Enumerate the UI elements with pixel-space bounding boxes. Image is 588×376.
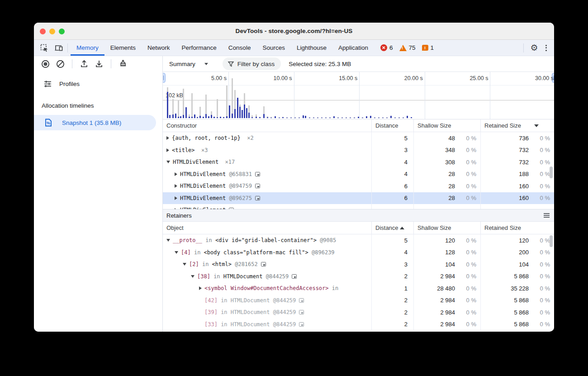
close-window-button[interactable] xyxy=(40,29,46,34)
constructor-row[interactable]: HTMLDivElement xyxy=(163,204,554,209)
tab-lighthouse[interactable]: Lighthouse xyxy=(291,40,332,56)
cell-value: 28 xyxy=(449,183,455,190)
reveal-in-elements-icon[interactable] xyxy=(299,310,304,314)
retainer-row[interactable]: [38] in HTMLDocument @84425922 9840 %5 8… xyxy=(163,271,554,283)
collapse-arrow-icon[interactable] xyxy=(175,251,178,254)
constructor-row[interactable]: HTMLDivElement @8947596280 %1600 % xyxy=(163,180,554,192)
column-header-constructor[interactable]: Constructor xyxy=(163,119,372,132)
column-header-retained-size[interactable]: Retained Size xyxy=(481,119,554,132)
reveal-in-elements-icon[interactable] xyxy=(255,196,260,200)
reveal-in-elements-icon[interactable] xyxy=(255,172,260,176)
tab-application[interactable]: Application xyxy=(332,40,374,56)
collapse-arrow-icon[interactable] xyxy=(166,161,170,163)
reveal-in-elements-icon[interactable] xyxy=(299,298,304,303)
retainer-row[interactable]: <symbol Window#DocumentCachedAccessor> i… xyxy=(163,282,554,295)
cell-value: 48 xyxy=(449,135,455,142)
sidebar-item-snapshot-1[interactable]: % Snapshot 1 (35.8 MB) xyxy=(34,115,156,130)
cell-value: 308 xyxy=(445,159,455,166)
column-header-distance[interactable]: Distance xyxy=(372,222,414,234)
retainer-object: HTMLDocument xyxy=(231,297,270,304)
column-header-distance[interactable]: Distance xyxy=(372,119,414,132)
expand-arrow-icon[interactable] xyxy=(199,286,202,290)
retainer-row[interactable]: [42] in HTMLDocument @84425922 9840 %5 8… xyxy=(163,295,554,307)
timeline-bar-live xyxy=(321,118,322,118)
snapshot-label: Snapshot 1 (35.8 MB) xyxy=(62,119,121,126)
constructor-row[interactable]: <title> ×333480 %7320 % xyxy=(163,144,554,157)
retainer-row[interactable]: [2] in <html> @28165231040 %1040 % xyxy=(163,258,554,271)
issues-badge[interactable]: ! 1 xyxy=(422,44,434,51)
expand-arrow-icon[interactable] xyxy=(166,136,169,140)
clear-profiles-icon[interactable] xyxy=(54,58,66,70)
perspective-select[interactable]: Summary xyxy=(167,61,213,67)
zoom-window-button[interactable] xyxy=(59,29,65,34)
reveal-in-elements-icon[interactable] xyxy=(229,208,234,209)
more-options-icon[interactable] xyxy=(542,45,550,51)
retainer-row[interactable]: [33] in HTMLDocument @84425922 9840 %5 8… xyxy=(163,319,554,331)
retainers-section-header[interactable]: Retainers xyxy=(163,209,554,222)
table-cell: 2 9840 % xyxy=(414,319,481,331)
retainer-row[interactable]: [4] in <body class="platform-mac fill"> … xyxy=(163,247,554,259)
filter-by-class-input[interactable]: Filter by class xyxy=(223,57,281,70)
console-warnings-badge[interactable]: 75 xyxy=(399,44,416,51)
column-header-object[interactable]: Object xyxy=(163,222,372,234)
retainers-menu-icon[interactable] xyxy=(544,213,550,218)
tab-console[interactable]: Console xyxy=(223,40,257,56)
timeline-bar-live xyxy=(208,116,209,118)
cell-value: 2 xyxy=(404,273,408,280)
minimize-window-button[interactable] xyxy=(49,29,55,34)
allocation-timeline-chart[interactable]: 102 kB 5.00 s10.00 s15.00 s20.00 s25.00 … xyxy=(163,71,554,119)
timeline-left-range-handle[interactable] xyxy=(163,73,166,83)
collapse-arrow-icon[interactable] xyxy=(191,275,194,278)
timeline-bar-live xyxy=(244,105,245,118)
cell-value: 2 984 xyxy=(440,321,455,328)
record-heap-snapshot-icon[interactable] xyxy=(39,58,51,70)
device-toolbar-icon[interactable] xyxy=(53,42,65,54)
inspect-element-icon[interactable] xyxy=(38,42,50,54)
table-cell: 4 xyxy=(372,156,414,168)
expand-arrow-icon[interactable] xyxy=(175,184,177,188)
expand-arrow-icon[interactable] xyxy=(175,196,177,200)
tab-elements[interactable]: Elements xyxy=(104,40,142,56)
tab-memory[interactable]: Memory xyxy=(71,40,104,56)
vertical-scrollbar-thumb[interactable] xyxy=(550,235,553,247)
column-header-shallow-size[interactable]: Shallow Size xyxy=(414,119,481,132)
column-header-retained-size[interactable]: Retained Size xyxy=(481,222,554,234)
console-errors-badge[interactable]: ✕ 6 xyxy=(380,44,393,51)
load-profile-icon[interactable] xyxy=(78,58,90,70)
collapse-arrow-icon[interactable] xyxy=(183,263,186,266)
tab-sources[interactable]: Sources xyxy=(256,40,291,56)
object-address: @9085 xyxy=(317,237,336,243)
filter-placeholder: Filter by class xyxy=(237,61,275,67)
table-cell: 2 9840 % xyxy=(414,295,481,307)
expand-arrow-icon[interactable] xyxy=(166,148,169,152)
tab-performance[interactable]: Performance xyxy=(176,40,223,56)
save-profile-icon[interactable] xyxy=(93,58,105,70)
retainer-object: HTMLDocument xyxy=(231,309,270,315)
retainer-row[interactable]: __proto__ in <div id="grid-label-contain… xyxy=(163,234,554,247)
timeline-bar-live xyxy=(341,118,343,118)
sidebar-item-profiles[interactable]: Profiles xyxy=(34,76,162,91)
expand-arrow-icon[interactable] xyxy=(175,172,177,176)
constructor-row[interactable]: HTMLDivElement @6588314280 %1880 % xyxy=(163,168,554,181)
expand-arrow-icon[interactable] xyxy=(175,208,177,209)
cell-value: 28 xyxy=(449,195,455,201)
reveal-in-elements-icon[interactable] xyxy=(292,274,297,279)
collapse-arrow-icon[interactable] xyxy=(166,239,170,242)
vertical-scrollbar-thumb[interactable] xyxy=(550,167,553,178)
reveal-in-elements-icon[interactable] xyxy=(261,262,266,267)
column-header-shallow-size[interactable]: Shallow Size xyxy=(414,222,481,234)
tab-network[interactable]: Network xyxy=(142,40,176,56)
constructor-name: HTMLDivElement xyxy=(180,183,226,189)
timeline-bar-live xyxy=(259,117,261,118)
reveal-in-elements-icon[interactable] xyxy=(299,322,304,327)
constructor-row[interactable]: HTMLDivElement ×1743080 %7320 % xyxy=(163,156,554,168)
reveal-in-elements-icon[interactable] xyxy=(255,184,260,188)
timeline-tick-label: 25.00 s xyxy=(469,75,488,81)
constructor-row[interactable]: {auth, root, root-1p} ×25480 %7360 % xyxy=(163,132,554,144)
timeline-bar-live xyxy=(234,109,236,118)
settings-gear-icon[interactable]: ⚙ xyxy=(528,42,540,54)
constructor-row[interactable]: HTMLDivElement @8962756280 %1600 % xyxy=(163,192,554,205)
clear-brush-icon[interactable] xyxy=(117,58,129,70)
retainer-row[interactable]: [39] in HTMLDocument @84425922 9840 %5 8… xyxy=(163,306,554,319)
timeline-bar-live xyxy=(346,118,347,118)
